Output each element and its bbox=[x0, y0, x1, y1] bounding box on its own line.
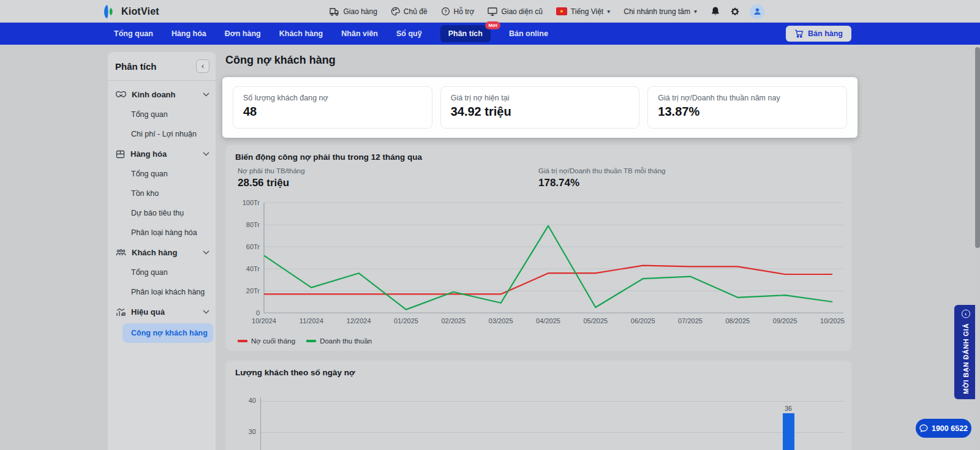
performance-icon bbox=[116, 308, 126, 317]
stat-value: 13.87% bbox=[658, 105, 837, 119]
tab-don-hang[interactable]: Đơn hàng bbox=[225, 29, 261, 38]
sidebar-item-chi-phi-loi-nhuan[interactable]: Chi phí - Lợi nhuận bbox=[108, 124, 216, 144]
top-header: KiotViet Giao hàng Chủ đề ? Hỗ trợ Giao … bbox=[0, 0, 980, 23]
svg-text:09/2025: 09/2025 bbox=[773, 317, 797, 324]
svg-text:05/2025: 05/2025 bbox=[583, 317, 608, 324]
sidebar-group-label: Hàng hóa bbox=[130, 149, 197, 159]
stat-card-customer-count: Số lượng khách đang nợ 48 bbox=[233, 86, 432, 129]
debt-days-bar-chart[interactable]: 403036 bbox=[225, 361, 851, 450]
user-avatar[interactable] bbox=[750, 4, 764, 19]
sidebar-group-hang-hoa[interactable]: Hàng hóa bbox=[108, 144, 216, 164]
scrollbar[interactable] bbox=[975, 45, 980, 450]
rating-banner-label: MỜI BẠN ĐÁNH GIÁ bbox=[962, 323, 970, 394]
tab-ban-online[interactable]: Bán online bbox=[509, 29, 548, 38]
branch-selector[interactable]: Chi nhánh trung tâm ▾ bbox=[624, 7, 697, 16]
gridline bbox=[260, 401, 844, 402]
sidebar-item-kh-tong-quan[interactable]: Tổng quan bbox=[108, 263, 216, 282]
avg-ratio-stat: Giá trị nợ/Doanh thu thuần TB mỗi tháng … bbox=[538, 167, 665, 189]
branch-label: Chi nhánh trung tâm bbox=[624, 7, 690, 16]
chart-title: Biến động công nợ phải thu trong 12 thán… bbox=[235, 152, 422, 162]
sidebar-item-hh-tong-quan[interactable]: Tổng quan bbox=[108, 164, 216, 184]
chevron-down-icon: ▾ bbox=[694, 8, 697, 15]
tab-hang-hoa[interactable]: Hàng hóa bbox=[172, 29, 206, 38]
sidebar-group-kinh-doanh[interactable]: Kinh doanh bbox=[108, 84, 216, 105]
sidebar-item-cong-no-khach-hang[interactable]: Công nợ khách hàng bbox=[123, 323, 213, 343]
stat-value: 28.56 triệu bbox=[238, 177, 305, 189]
legend-item[interactable]: Nợ cuối tháng bbox=[238, 337, 295, 345]
box-icon bbox=[116, 150, 125, 159]
svg-text:20Tr: 20Tr bbox=[246, 287, 260, 294]
tab-khach-hang[interactable]: Khách hàng bbox=[279, 29, 323, 38]
sell-button[interactable]: Bán hàng bbox=[786, 26, 851, 42]
theme-menu-item[interactable]: Chủ đề bbox=[391, 7, 428, 16]
sidebar-item-phan-loai-khach-hang[interactable]: Phân loại khách hàng bbox=[108, 282, 216, 302]
svg-text:40Tr: 40Tr bbox=[246, 265, 260, 272]
theme-label: Chủ đề bbox=[404, 7, 428, 16]
sidebar-group-label: Hiệu quả bbox=[131, 307, 197, 317]
sidebar-item-phan-loai-hang-hoa[interactable]: Phân loại hàng hóa bbox=[108, 223, 216, 242]
bar-value-label: 36 bbox=[771, 405, 806, 412]
kiotviet-logo-icon bbox=[101, 4, 117, 19]
sidebar-group-hieu-qua[interactable]: Hiệu quả bbox=[108, 302, 216, 322]
bell-icon[interactable] bbox=[710, 6, 720, 17]
avg-debt-stat: Nợ phải thu TB/tháng 28.56 triệu bbox=[238, 167, 305, 189]
svg-text:04/2025: 04/2025 bbox=[536, 317, 560, 324]
svg-text:06/2025: 06/2025 bbox=[631, 317, 655, 324]
tab-phan-tich-label: Phân tích bbox=[448, 29, 483, 38]
delivery-icon bbox=[330, 7, 339, 16]
y-axis-line bbox=[260, 397, 261, 450]
cart-icon bbox=[794, 29, 804, 38]
page-title: Công nợ khách hàng bbox=[225, 54, 336, 67]
sidebar-group-label: Khách hàng bbox=[132, 248, 197, 257]
tab-phan-tich[interactable]: Phân tích Mới bbox=[440, 25, 491, 42]
theme-icon bbox=[391, 7, 400, 16]
debt-line-legend: Nợ cuối thángDoanh thu thuần bbox=[238, 337, 372, 345]
sidebar-item-du-bao-tieu-thu[interactable]: Dự báo tiêu thụ bbox=[108, 203, 216, 223]
bar-ytick: 30 bbox=[229, 428, 256, 435]
stat-value: 178.74% bbox=[538, 177, 665, 189]
bar[interactable] bbox=[783, 413, 794, 450]
svg-text:?: ? bbox=[444, 9, 447, 14]
stat-label: Số lượng khách đang nợ bbox=[243, 94, 422, 102]
old-ui-menu-item[interactable]: Giao diện cũ bbox=[488, 7, 542, 16]
old-ui-icon bbox=[488, 7, 497, 16]
debt-line-chart[interactable]: 020Tr40Tr60Tr80Tr100Tr10/202411/202412/2… bbox=[229, 197, 848, 326]
brand-name: KiotViet bbox=[121, 6, 159, 17]
svg-text:0: 0 bbox=[256, 309, 260, 317]
divider bbox=[108, 80, 216, 81]
legend-item[interactable]: Doanh thu thuần bbox=[306, 337, 372, 345]
kiotviet-logo[interactable]: KiotViet bbox=[101, 0, 159, 23]
stat-label: Giá trị nợ/Doanh thu thuần TB mỗi tháng bbox=[538, 167, 665, 174]
rating-banner[interactable]: MỜI BẠN ĐÁNH GIÁ ‹ bbox=[954, 305, 977, 399]
language-label: Tiếng Việt bbox=[571, 7, 603, 16]
delivery-menu-item[interactable]: Giao hàng bbox=[330, 7, 377, 16]
sidebar-group-khach-hang[interactable]: Khách hàng bbox=[108, 242, 216, 263]
hotline-button[interactable]: 1900 6522 bbox=[916, 419, 971, 438]
svg-text:60Tr: 60Tr bbox=[246, 243, 260, 250]
sidebar-collapse-button[interactable]: ‹ bbox=[196, 59, 209, 73]
analytics-sidebar: Phân tích ‹ Kinh doanh Tổng quan Chi phí… bbox=[108, 52, 216, 450]
stat-label: Giá trị nợ/Doanh thu thuần năm nay bbox=[658, 94, 837, 102]
delivery-label: Giao hàng bbox=[343, 7, 377, 16]
tab-nhan-vien[interactable]: Nhân viên bbox=[341, 29, 378, 38]
tab-so-quy[interactable]: Sổ quỹ bbox=[396, 29, 422, 38]
sell-button-label: Bán hàng bbox=[808, 29, 843, 38]
language-selector[interactable]: ★ Tiếng Việt ▾ bbox=[556, 7, 610, 16]
debt-days-card: Lượng khách theo số ngày nợ 403036 bbox=[225, 361, 851, 450]
chevron-down-icon bbox=[203, 152, 209, 156]
chat-bubble-icon bbox=[919, 424, 928, 432]
svg-text:07/2025: 07/2025 bbox=[678, 317, 703, 324]
sidebar-group-label: Kinh doanh bbox=[132, 90, 197, 99]
svg-text:12/2024: 12/2024 bbox=[347, 317, 371, 324]
circle-chevron-icon: ‹ bbox=[962, 310, 970, 318]
tab-tong-quan[interactable]: Tổng quan bbox=[114, 29, 153, 38]
sidebar-item-ton-kho[interactable]: Tồn kho bbox=[108, 184, 216, 203]
chevron-down-icon bbox=[203, 92, 209, 97]
vietnam-flag-icon: ★ bbox=[556, 7, 567, 15]
svg-text:03/2025: 03/2025 bbox=[489, 317, 513, 324]
sidebar-item-kd-tong-quan[interactable]: Tổng quan bbox=[108, 105, 216, 124]
support-menu-item[interactable]: ? Hỗ trợ bbox=[441, 7, 475, 16]
scrollbar-thumb[interactable] bbox=[975, 47, 980, 248]
stat-value: 48 bbox=[243, 105, 422, 119]
gear-icon[interactable] bbox=[730, 7, 740, 17]
